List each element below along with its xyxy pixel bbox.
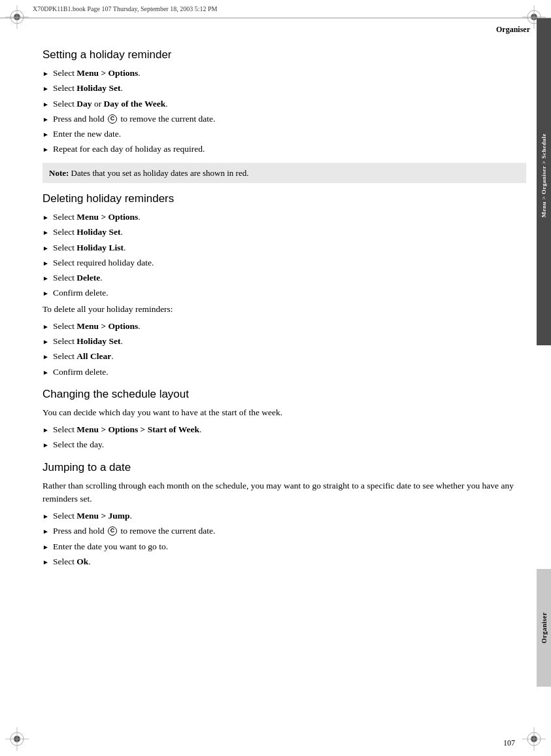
list-item: ► Confirm delete. (42, 366, 526, 379)
bold-text: Menu > Options > Start of Week (76, 424, 199, 434)
bullet-icon: ► (42, 425, 49, 435)
corner-decoration-bl (5, 727, 29, 751)
changing-layout-list: ► Select Menu > Options > Start of Week.… (42, 423, 526, 452)
section-heading-jumping-date: Jumping to a date (42, 461, 526, 474)
bullet-icon: ► (42, 557, 49, 567)
bullet-icon: ► (42, 322, 49, 332)
bold-text: Day of the Week (104, 99, 166, 109)
top-bar: X70DPK11B1.book Page 107 Thursday, Septe… (0, 0, 551, 18)
list-item: ► Repeat for each day of holiday as requ… (42, 143, 526, 156)
list-item: ► Select Menu > Options. (42, 320, 526, 333)
sidebar-top-label: Menu > Organiser > Schedule (541, 133, 547, 218)
jumping-date-list: ► Select Menu > Jump. ► Press and hold C… (42, 509, 526, 568)
list-item: ► Select Menu > Options > Start of Week. (42, 423, 526, 436)
bullet-icon: ► (42, 352, 49, 362)
top-bar-text: X70DPK11B1.book Page 107 Thursday, Septe… (33, 5, 217, 12)
page-header: Organiser (496, 25, 530, 35)
sidebar-top: Menu > Organiser > Schedule (537, 18, 551, 345)
bullet-icon: ► (42, 526, 49, 536)
list-item: ► Confirm delete. (42, 286, 526, 300)
key-icon: C (108, 526, 117, 536)
bullet-icon: ► (42, 69, 49, 78)
sidebar-bottom: Organiser (537, 569, 551, 687)
section-heading-setting-holiday: Setting a holiday reminder (42, 48, 526, 61)
header-label: Organiser (496, 25, 530, 34)
bullet-icon: ► (42, 213, 49, 222)
list-item: ► Select Holiday Set. (42, 335, 526, 348)
changing-layout-intro: You can decide which day you want to hav… (42, 406, 526, 419)
bold-text: Menu > Options (76, 212, 138, 222)
bullet-icon: ► (42, 145, 49, 154)
bullet-icon: ► (42, 440, 49, 450)
list-item: ► Select Menu > Options. (42, 67, 526, 80)
list-item: ► Select Holiday List. (42, 241, 526, 254)
bullet-icon: ► (42, 228, 49, 237)
list-item: ► Select Day or Day of the Week. (42, 97, 526, 111)
bullet-icon: ► (42, 129, 49, 139)
list-item: ► Select the day. (42, 438, 526, 451)
bullet-icon: ► (42, 243, 49, 253)
list-item: ► Enter the date you want to go to. (42, 540, 526, 553)
bold-text: Ok (76, 557, 88, 566)
bullet-icon: ► (42, 258, 49, 268)
list-item: ► Select required holiday date. (42, 256, 526, 269)
deleting-holiday-list2: ► Select Menu > Options. ► Select Holida… (42, 320, 526, 379)
setting-holiday-list: ► Select Menu > Options. ► Select Holida… (42, 67, 526, 156)
bullet-icon: ► (42, 511, 49, 521)
list-item: ► Press and hold C to remove the current… (42, 112, 526, 126)
list-item: ► Select Menu > Jump. (42, 509, 526, 523)
bullet-icon: ► (42, 368, 49, 377)
bold-text: Holiday Set (76, 83, 120, 93)
bullet-icon: ► (42, 114, 49, 124)
list-item: ► Select Delete. (42, 271, 526, 284)
bullet-icon: ► (42, 99, 49, 109)
bullet-icon: ► (42, 337, 49, 347)
main-content: Setting a holiday reminder ► Select Menu… (42, 39, 526, 730)
list-item: ► Select Menu > Options. (42, 211, 526, 224)
bold-text: Menu > Jump (76, 511, 129, 521)
bold-text: Holiday Set (76, 336, 120, 346)
bold-text: Menu > Options (76, 68, 138, 78)
bold-text: Day (76, 99, 92, 109)
bullet-icon: ► (42, 288, 49, 298)
bullet-icon: ► (42, 84, 49, 94)
bold-text: Menu > Options (76, 321, 138, 331)
section-heading-deleting-holiday: Deleting holiday reminders (42, 192, 526, 205)
list-item: ► Enter the new date. (42, 128, 526, 141)
section-heading-changing-layout: Changing the schedule layout (42, 388, 526, 401)
bullet-icon: ► (42, 273, 49, 283)
subtext-delete-all: To delete all your holiday reminders: (42, 303, 526, 316)
bold-text: Holiday List (76, 243, 124, 252)
bold-text: Holiday Set (76, 227, 120, 237)
bold-text: Delete (76, 273, 100, 283)
key-icon: C (108, 114, 117, 124)
list-item: ► Select Ok. (42, 555, 526, 568)
list-item: ► Select Holiday Set. (42, 226, 526, 239)
sidebar-bottom-label: Organiser (541, 612, 548, 644)
list-item: ► Press and hold C to remove the current… (42, 524, 526, 538)
page-number: 107 (503, 738, 515, 748)
note-box: Note: Dates that you set as holiday date… (42, 163, 526, 184)
jumping-date-intro: Rather than scrolling through each month… (42, 479, 526, 506)
note-text: Note: Dates that you set as holiday date… (49, 168, 248, 178)
list-item: ► Select All Clear. (42, 350, 526, 363)
list-item: ► Select Holiday Set. (42, 82, 526, 95)
bold-text: All Clear (76, 351, 111, 361)
bullet-icon: ► (42, 542, 49, 552)
corner-decoration-br (522, 727, 546, 751)
deleting-holiday-list: ► Select Menu > Options. ► Select Holida… (42, 211, 526, 300)
